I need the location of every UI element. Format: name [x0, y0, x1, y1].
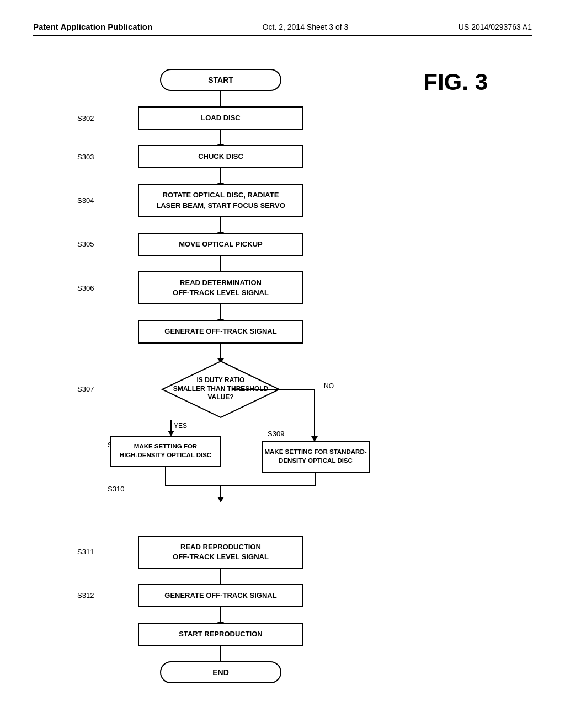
step-start-wrapper: START — [160, 69, 281, 91]
svg-text:YES: YES — [174, 422, 187, 430]
box-start: START — [160, 69, 281, 91]
box-gen-off1: GENERATE OFF-TRACK SIGNAL — [138, 320, 303, 343]
label-s306: S306 — [77, 284, 94, 292]
box-end: END — [160, 661, 281, 683]
arrow-6 — [220, 304, 221, 320]
diamond-text-duty: IS DUTY RATIO SMALLER THAN THRESHOLD VAL… — [173, 376, 269, 402]
arrow-9 — [220, 569, 221, 584]
label-s303: S303 — [77, 153, 94, 161]
svg-text:DENSITY OPTICAL DISC: DENSITY OPTICAL DISC — [279, 457, 353, 464]
step-row-s306: S306 READ DETERMINATION OFF-TRACK LEVEL … — [77, 271, 364, 304]
arrow-5 — [220, 256, 221, 271]
arrow-2 — [220, 130, 221, 145]
arrow-11 — [220, 646, 221, 661]
step-row-start-repro: START REPRODUCTION — [77, 623, 364, 646]
svg-marker-2 — [168, 431, 174, 436]
step-row-gen1: GENERATE OFF-TRACK SIGNAL — [77, 320, 364, 343]
header-date-sheet: Oct. 2, 2014 Sheet 3 of 3 — [263, 23, 349, 31]
svg-text:HIGH-DENSITY OPTICAL DISC: HIGH-DENSITY OPTICAL DISC — [120, 452, 211, 458]
flowchart: START S302 LOAD DISC S303 CHUCK DISC S30… — [77, 69, 364, 683]
label-s307: S307 — [77, 385, 94, 393]
svg-text:S309: S309 — [268, 430, 284, 438]
box-load-disc: LOAD DISC — [138, 106, 303, 130]
arrow-4 — [220, 217, 221, 233]
svg-text:MAKE SETTING FOR: MAKE SETTING FOR — [134, 443, 198, 449]
box-read-det: READ DETERMINATION OFF-TRACK LEVEL SIGNA… — [138, 271, 303, 304]
step-end-wrapper: END — [160, 661, 281, 683]
box-rotate: ROTATE OPTICAL DISC, RADIATE LASER BEAM,… — [138, 184, 303, 217]
box-read-repro: READ REPRODUCTION OFF-TRACK LEVEL SIGNAL — [138, 536, 303, 569]
arrow-7 — [220, 344, 221, 359]
step-row-s302: S302 LOAD DISC — [77, 106, 364, 130]
step-row-s311: S311 READ REPRODUCTION OFF-TRACK LEVEL S… — [77, 536, 364, 569]
no-label: NO — [324, 382, 334, 390]
svg-text:S310: S310 — [108, 485, 124, 493]
step-row-s304: S304 ROTATE OPTICAL DISC, RADIATE LASER … — [77, 184, 364, 217]
arrow-1 — [220, 91, 221, 106]
branch-area-s307: S307 IS DUTY RATIO SMALLER THAN THRESHOL… — [77, 359, 364, 541]
step-row-s303: S303 CHUCK DISC — [77, 145, 364, 168]
box-gen-off2: GENERATE OFF-TRACK SIGNAL — [138, 584, 303, 607]
step-row-s305: S305 MOVE OPTICAL PICKUP — [77, 233, 364, 256]
box-move-optical: MOVE OPTICAL PICKUP — [138, 233, 303, 256]
box-start-repro: START REPRODUCTION — [138, 623, 303, 646]
figure-label: FIG. 3 — [423, 69, 488, 95]
svg-marker-10 — [311, 436, 318, 442]
arrow-3 — [220, 168, 221, 184]
branch-svg: YES S308 MAKE SETTING FOR HIGH-DENSITY O… — [77, 420, 364, 541]
label-s304: S304 — [77, 196, 94, 205]
diagram-area: FIG. 3 START S302 LOAD DISC S303 CHUCK D… — [33, 58, 532, 683]
label-s302: S302 — [77, 114, 94, 122]
box-chuck-disc: CHUCK DISC — [138, 145, 303, 168]
label-s305: S305 — [77, 240, 94, 248]
header-publication: Patent Application Publication — [33, 22, 152, 31]
svg-marker-20 — [217, 497, 224, 502]
step-row-s312: S312 GENERATE OFF-TRACK SIGNAL — [77, 584, 364, 607]
page: Patent Application Publication Oct. 2, 2… — [0, 0, 565, 728]
box-diamond-duty: IS DUTY RATIO SMALLER THAN THRESHOLD VAL… — [160, 359, 281, 420]
svg-text:MAKE SETTING FOR STANDARD-: MAKE SETTING FOR STANDARD- — [264, 448, 366, 455]
label-s311: S311 — [77, 548, 94, 556]
label-s312: S312 — [77, 591, 94, 599]
arrow-10 — [220, 607, 221, 623]
page-header: Patent Application Publication Oct. 2, 2… — [33, 22, 532, 36]
header-patent-number: US 2014/0293763 A1 — [459, 23, 532, 31]
